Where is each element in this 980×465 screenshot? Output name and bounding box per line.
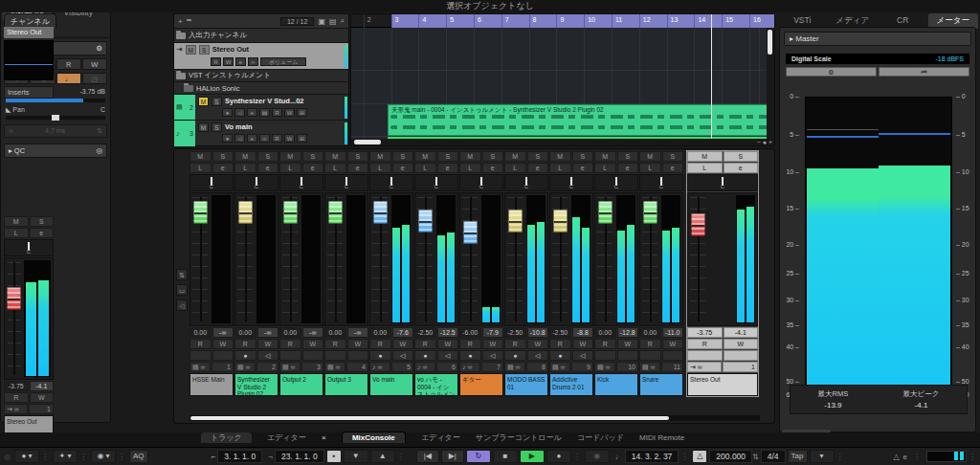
- solo-button[interactable]: S: [572, 151, 594, 162]
- tempo-value[interactable]: 200.000: [709, 450, 752, 463]
- write-button[interactable]: W: [392, 339, 414, 349]
- monitor-button[interactable]: ◁: [257, 350, 279, 361]
- performance-meter[interactable]: [926, 451, 967, 462]
- solo-button[interactable]: S: [724, 151, 759, 162]
- write-button[interactable]: W: [527, 339, 549, 349]
- edit-button[interactable]: e: [235, 57, 246, 66]
- ruler-bar-12[interactable]: 12: [639, 14, 667, 28]
- volume-value[interactable]: -2.50: [504, 327, 526, 338]
- write-button[interactable]: W: [82, 58, 107, 70]
- listen-button[interactable]: L: [4, 228, 29, 238]
- solo-button[interactable]: S: [212, 151, 234, 162]
- mute-button[interactable]: M: [504, 151, 526, 162]
- monitor-button[interactable]: ◁: [527, 350, 549, 361]
- ruler-bar-14[interactable]: 14: [694, 14, 722, 28]
- monitor-button[interactable]: ◁: [482, 350, 504, 361]
- volume-field[interactable]: ボリューム: [260, 57, 306, 66]
- listen-button[interactable]: L: [459, 163, 481, 173]
- peak-value[interactable]: -7.6: [392, 327, 414, 338]
- go-next-button[interactable]: ▶|: [441, 450, 464, 463]
- add-track-icon[interactable]: +: [178, 17, 183, 26]
- listen-button[interactable]: L: [279, 163, 301, 173]
- fader-cap[interactable]: [598, 201, 612, 224]
- mixer-strip-vo ハモ - 0004 - インストゥルメント - 3[interactable]: MSLeC-2.50-12.5RW●◁♪ ∞6vo ハモ - 0004 - イン…: [414, 151, 458, 396]
- ruler-bar-2[interactable]: 2: [364, 14, 391, 28]
- fader-cap[interactable]: [418, 210, 433, 232]
- max-peak-value[interactable]: -4.1: [903, 401, 940, 410]
- record-enable-button[interactable]: ●: [504, 350, 526, 361]
- ruler-bar-9[interactable]: 9: [556, 14, 584, 28]
- mixer-strip-ギター[interactable]: MSLeC-6.00-7.9RW●◁♪ ∞7ギター: [459, 151, 503, 396]
- playhead-cursor[interactable]: [711, 14, 712, 146]
- record-enable-button[interactable]: ●: [234, 350, 256, 361]
- edit-button[interactable]: e: [437, 163, 459, 173]
- mute-button[interactable]: M: [369, 151, 391, 162]
- peak-value[interactable]: -7.9: [482, 327, 504, 338]
- solo-button[interactable]: S: [617, 151, 639, 162]
- mute-button[interactable]: M: [186, 45, 196, 55]
- monitor-button[interactable]: [302, 350, 324, 361]
- volume-value[interactable]: 0.00: [234, 327, 256, 338]
- record-enable-button[interactable]: [687, 350, 723, 361]
- track-row-halion[interactable]: HALion Sonic: [174, 82, 348, 95]
- volume-value[interactable]: -2.50: [549, 327, 571, 338]
- pan-control[interactable]: C: [4, 239, 54, 256]
- read-button[interactable]: R: [369, 339, 391, 349]
- volume-value[interactable]: -3.75: [4, 381, 29, 391]
- edit-button[interactable]: e: [617, 163, 639, 173]
- record-enable-button[interactable]: ●: [459, 350, 481, 361]
- read-button[interactable]: R: [639, 339, 661, 349]
- screens-icon[interactable]: ▭: [176, 284, 188, 296]
- volume-value[interactable]: 0.00: [324, 327, 346, 338]
- volume-value[interactable]: -6.00: [459, 327, 481, 338]
- tab-mixconsole[interactable]: MixConsole: [342, 432, 406, 443]
- track-color-tile[interactable]: ▤2: [174, 95, 195, 120]
- channel-name-box[interactable]: Snare: [639, 373, 683, 396]
- inserts-header[interactable]: Inserts: [4, 86, 54, 99]
- fader-cap[interactable]: [691, 213, 705, 236]
- peak-value[interactable]: -11.0: [662, 327, 684, 338]
- write-button[interactable]: W: [482, 339, 504, 349]
- pan-control[interactable]: C: [639, 174, 683, 191]
- fader-cap[interactable]: [553, 210, 568, 232]
- scroll-thumb[interactable]: [190, 416, 669, 420]
- listen-button[interactable]: L: [369, 163, 391, 173]
- mute-button[interactable]: M: [549, 151, 571, 162]
- channel-name-box[interactable]: Vo main: [369, 373, 413, 396]
- ruler-bar-3[interactable]: 3: [391, 14, 419, 28]
- solo-button[interactable]: S: [302, 151, 324, 162]
- fader-cap[interactable]: [193, 201, 208, 224]
- play-button[interactable]: ▶: [520, 450, 545, 463]
- tap-tempo-button[interactable]: Tap: [788, 450, 808, 463]
- monitor-button[interactable]: [212, 350, 234, 361]
- mute-button[interactable]: M: [324, 151, 346, 162]
- peak-value[interactable]: -8.8: [572, 327, 594, 338]
- read-button[interactable]: R: [324, 339, 346, 349]
- camera-icon[interactable]: ▣: [318, 17, 325, 26]
- mute-button[interactable]: M: [594, 151, 616, 162]
- monitor-button[interactable]: [662, 350, 684, 361]
- read-button[interactable]: R: [234, 339, 256, 349]
- edit-button[interactable]: e: [527, 163, 549, 173]
- channel-name-box[interactable]: MODO BASS 01: [504, 373, 548, 396]
- tab-midi-remote[interactable]: MIDI Remote: [639, 433, 684, 442]
- fader-cap[interactable]: [373, 201, 388, 224]
- mute-button[interactable]: M: [279, 151, 301, 162]
- solo-button[interactable]: S: [347, 151, 369, 162]
- mixer-scrollbar[interactable]: [189, 415, 760, 421]
- tab-editor[interactable]: エディター: [421, 433, 460, 442]
- channel-name-box[interactable]: Output 2: [279, 373, 323, 396]
- edit-button[interactable]: e: [724, 163, 759, 173]
- record-mode-button[interactable]: ● ▾: [14, 450, 39, 463]
- write-button[interactable]: W: [30, 392, 55, 403]
- ruler-bar-10[interactable]: 10: [584, 14, 612, 28]
- write-button[interactable]: W: [617, 339, 639, 349]
- solo-button[interactable]: S: [392, 151, 414, 162]
- mixer-strip-Snare[interactable]: MSLeC0.00-11.0RW▤ ∞11Snare: [639, 151, 683, 396]
- quantize-button[interactable]: ◉ ▾: [91, 450, 116, 463]
- edit-button[interactable]: e: [247, 108, 257, 117]
- mixer-strip-Kick[interactable]: MSLeC0.00-12.8RW▤ ∞10Kick: [594, 151, 638, 396]
- horizontal-scrollbar[interactable]: − ● +: [351, 139, 774, 145]
- mixer-strip-Vo main[interactable]: MSLeC0.00-7.6RW●◁♪ ∞5Vo main: [369, 151, 413, 396]
- read-button[interactable]: R: [272, 108, 282, 117]
